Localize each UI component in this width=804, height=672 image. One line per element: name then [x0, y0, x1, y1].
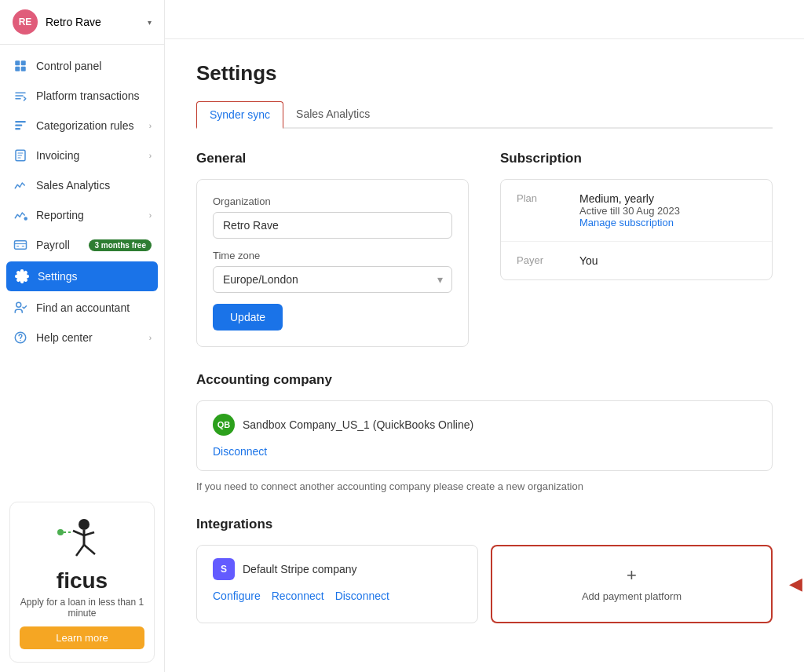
sidebar-item-categorization-rules[interactable]: Categorization rules › [0, 111, 164, 141]
accounting-company-name: Sandbox Company_US_1 (QuickBooks Online) [243, 418, 473, 431]
chevron-right-icon: › [149, 334, 152, 342]
configure-link[interactable]: Configure [213, 590, 261, 602]
general-title: General [196, 151, 469, 166]
sidebar-item-label: Reporting [36, 209, 149, 221]
plan-label: Plan [517, 192, 579, 204]
chevron-right-icon: › [149, 122, 152, 130]
svg-rect-9 [15, 241, 27, 250]
sidebar-nav: Control panel Platform transactions Cate… [0, 45, 164, 492]
general-card: Organization Time zone Europe/London ▾ U… [196, 179, 469, 347]
sidebar: RE Retro Rave ▾ Control panel Platform t… [0, 0, 165, 672]
svg-rect-3 [21, 67, 26, 71]
timezone-label: Time zone [213, 250, 452, 261]
payroll-icon [13, 237, 28, 253]
learn-more-button[interactable]: Learn more [20, 626, 144, 649]
promo-tagline: Apply for a loan in less than 1 minute [20, 597, 144, 619]
sidebar-item-sales-analytics[interactable]: Sales Analytics [0, 170, 164, 200]
accounting-card: QB Sandbox Company_US_1 (QuickBooks Onli… [196, 400, 773, 471]
analytics-icon [13, 177, 28, 193]
integrations-title: Integrations [196, 517, 773, 532]
sidebar-item-payroll[interactable]: Payroll 3 months free [0, 230, 164, 260]
svg-rect-2 [15, 67, 20, 71]
svg-point-13 [79, 519, 90, 530]
promo-brand: ficus [20, 568, 144, 593]
chevron-right-icon: › [149, 152, 152, 160]
sidebar-item-find-accountant[interactable]: Find an accountant [0, 293, 164, 323]
sidebar-item-label: Invoicing [36, 149, 149, 162]
add-plus-icon: + [627, 565, 637, 586]
rules-icon [13, 118, 28, 133]
grid-icon [13, 58, 28, 74]
settings-icon [14, 268, 30, 284]
accounting-disconnect-link[interactable]: Disconnect [213, 445, 267, 458]
payer-label: Payer [517, 254, 579, 266]
manage-subscription-link[interactable]: Manage subscription [579, 217, 756, 228]
plan-name: Medium, yearly [579, 192, 756, 205]
integrations-section: Integrations S Default Stripe company Co… [196, 517, 773, 623]
update-button[interactable]: Update [213, 304, 283, 331]
subscription-payer-row: Payer You [501, 242, 772, 279]
org-label: Organization [213, 195, 452, 207]
plan-value: Medium, yearly Active till 30 Aug 2023 M… [579, 192, 756, 228]
org-input[interactable] [213, 212, 452, 239]
stripe-row: S Default Stripe company [213, 558, 462, 580]
reconnect-link[interactable]: Reconnect [272, 590, 324, 602]
sidebar-item-invoicing[interactable]: Invoicing › [0, 141, 164, 170]
stripe-integration-card: S Default Stripe company Configure Recon… [196, 545, 478, 623]
sidebar-item-control-panel[interactable]: Control panel [0, 51, 164, 81]
tab-sales-analytics[interactable]: Sales Analytics [283, 101, 382, 129]
transactions-icon [13, 88, 28, 104]
page-title: Settings [196, 61, 773, 86]
svg-point-8 [24, 217, 28, 221]
svg-rect-5 [15, 125, 22, 126]
sidebar-item-label: Payroll [36, 239, 89, 251]
active-till: Active till 30 Aug 2023 [579, 205, 756, 217]
org-switcher[interactable]: RE Retro Rave ▾ [0, 0, 164, 45]
accounting-title: Accounting company [196, 372, 773, 388]
accounting-section: Accounting company QB Sandbox Company_US… [196, 372, 773, 495]
payroll-badge: 3 months free [89, 239, 152, 251]
sidebar-item-label: Find an accountant [36, 301, 152, 314]
help-icon [13, 330, 28, 345]
svg-point-19 [57, 529, 64, 535]
sidebar-item-platform-transactions[interactable]: Platform transactions [0, 81, 164, 111]
promo-illustration [51, 515, 114, 562]
subscription-plan-row: Plan Medium, yearly Active till 30 Aug 2… [501, 180, 772, 242]
quickbooks-icon: QB [213, 414, 235, 436]
svg-rect-0 [15, 60, 20, 65]
sidebar-item-label: Platform transactions [36, 89, 152, 102]
add-payment-card[interactable]: + Add payment platform [491, 545, 773, 623]
sidebar-item-label: Sales Analytics [36, 179, 152, 192]
avatar: RE [13, 9, 38, 35]
svg-line-17 [76, 545, 84, 556]
sidebar-item-settings[interactable]: Settings ◀ [6, 261, 158, 291]
svg-rect-4 [15, 121, 26, 122]
add-payment-arrow-indicator: ◀ [789, 574, 802, 594]
top-bar [165, 0, 804, 39]
tab-synder-sync[interactable]: Synder sync [196, 101, 283, 129]
stripe-disconnect-link[interactable]: Disconnect [335, 590, 389, 602]
payer-value: You [579, 254, 756, 267]
svg-point-10 [16, 302, 21, 307]
sidebar-item-help-center[interactable]: Help center › [0, 323, 164, 352]
svg-line-16 [84, 532, 94, 535]
org-name: Retro Rave [46, 16, 148, 28]
svg-rect-6 [15, 128, 20, 130]
accounting-note: If you need to connect another accountin… [196, 479, 773, 495]
svg-line-18 [84, 545, 95, 554]
stripe-actions: Configure Reconnect Disconnect [213, 590, 462, 602]
main-content: Settings Synder sync Sales Analytics Gen… [165, 0, 804, 672]
subscription-section: Subscription Plan Medium, yearly Active … [500, 151, 773, 347]
settings-tabs: Synder sync Sales Analytics [196, 101, 773, 129]
accountant-icon [13, 300, 28, 316]
general-section: General Organization Time zone Europe/Lo… [196, 151, 469, 347]
sidebar-item-reporting[interactable]: Reporting › [0, 200, 164, 230]
sidebar-item-label: Help center [36, 331, 149, 344]
promo-banner: ficus Apply for a loan in less than 1 mi… [9, 502, 155, 663]
subscription-title: Subscription [500, 151, 773, 166]
timezone-select[interactable]: Europe/London [213, 266, 452, 293]
chevron-right-icon: › [149, 211, 152, 220]
sidebar-item-label: Control panel [36, 60, 152, 72]
stripe-icon: S [213, 558, 235, 580]
svg-rect-1 [21, 60, 26, 65]
